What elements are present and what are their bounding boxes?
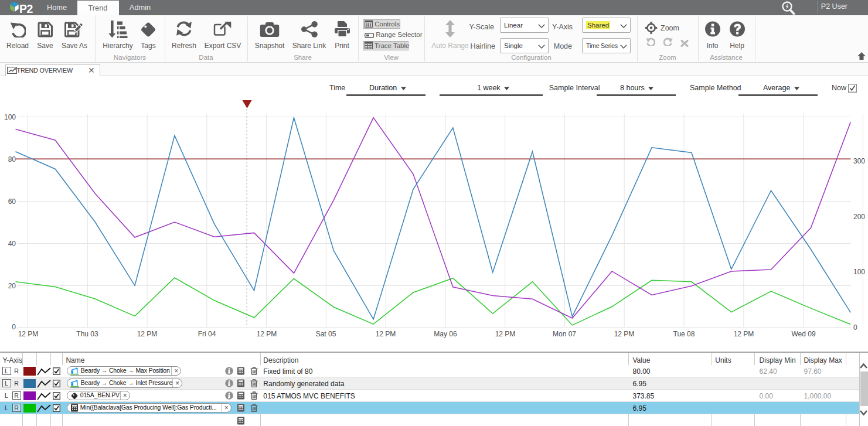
svg-text:May 06: May 06 xyxy=(434,330,457,338)
svg-text:Fri 04: Fri 04 xyxy=(198,330,216,338)
svg-text:0: 0 xyxy=(12,323,16,331)
svg-text:20: 20 xyxy=(8,282,16,290)
svg-text:Sat 05: Sat 05 xyxy=(316,330,336,338)
svg-text:0: 0 xyxy=(853,323,857,332)
svg-text:12 PM: 12 PM xyxy=(495,330,516,338)
svg-text:12 PM: 12 PM xyxy=(614,330,635,338)
svg-text:40: 40 xyxy=(8,240,16,248)
svg-text:Thu 03: Thu 03 xyxy=(76,330,98,338)
svg-text:100: 100 xyxy=(853,268,865,276)
svg-text:P2: P2 xyxy=(19,2,33,15)
svg-text:300: 300 xyxy=(853,157,865,165)
svg-text:Tue 08: Tue 08 xyxy=(673,330,695,338)
svg-text:100: 100 xyxy=(4,113,16,121)
svg-text:80: 80 xyxy=(8,155,16,163)
svg-text:12 PM: 12 PM xyxy=(257,330,277,338)
svg-text:12 PM: 12 PM xyxy=(137,330,158,338)
svg-text:60: 60 xyxy=(8,197,16,206)
svg-text:Mon 07: Mon 07 xyxy=(553,330,576,338)
svg-text:Wed 09: Wed 09 xyxy=(791,330,815,338)
svg-text:200: 200 xyxy=(853,213,865,221)
svg-text:12 PM: 12 PM xyxy=(18,330,39,338)
svg-text:12 PM: 12 PM xyxy=(734,330,754,338)
svg-text:12 PM: 12 PM xyxy=(376,330,396,338)
